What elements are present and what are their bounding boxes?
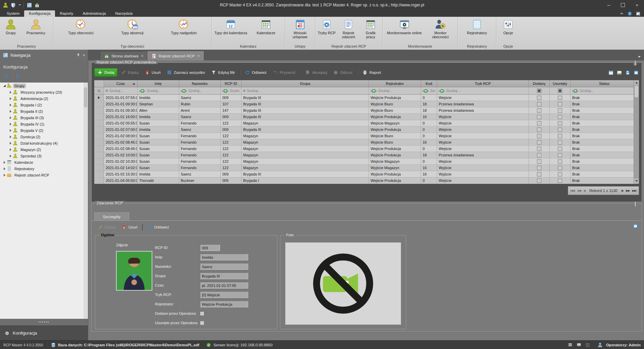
column-header-rcp-id[interactable]: RCP ID [221,80,241,87]
person-green-icon[interactable] [3,2,8,8]
column-header-tryb-rcp[interactable]: Tryb RCP [437,80,529,87]
first-record-button[interactable]: |◀◀ [570,189,575,192]
toolbar-button-odswiez[interactable]: Odśwież [242,68,269,77]
last-record-button[interactable]: ▶▶| [632,189,637,192]
filter-czas[interactable]: =Szukaj... [104,87,138,94]
column-header-imie[interactable]: Imię [138,80,179,87]
prev-record-button[interactable]: ◀ [583,189,585,192]
ribbon-button-monitorowanie-online[interactable]: Monitorowanie online [384,17,425,43]
grid-color-icon[interactable] [608,70,614,76]
ribbon-button-pracownicy[interactable]: Pracownicy [20,17,52,43]
detail-help-icon[interactable] [633,223,638,229]
panel-blue-icon[interactable] [633,70,639,76]
info-icon[interactable] [627,11,632,16]
filter-kod[interactable]: aBcSzukaj... [421,87,437,94]
grid-row[interactable]: 2021-01-02 08:45:00SusanFernando122Magaz… [94,139,638,146]
filter-imie[interactable]: aBcSzukaj... [138,87,179,94]
field-checkbox-usuniete-przez-operatora[interactable] [200,321,204,325]
toolbar-button-zaznacz-wszystko[interactable]: Zaznacz wszystko [164,68,208,77]
tree-item-dzial-konstrukcyjny-4[interactable]: Dział konstrukcyjny (4) [0,140,88,146]
print-queue-icon[interactable] [568,342,573,348]
doc-tab-rejestr-zdarzen-rcp[interactable]: Rejestr zdarzeń RCP× [148,51,204,60]
window-layout-icon[interactable] [636,11,641,16]
shield-icon[interactable] [10,2,16,8]
refresh-tree-icon[interactable] [3,73,9,79]
grid-row[interactable]: 2021-01-02 08:00:00SusanFernando122Magaz… [94,133,638,139]
grid-row[interactable]: 2021-01-01 07:55:00ImeldaSaenz009Brygada… [94,95,638,101]
grid-row[interactable]: 2021-01-02 10:30:00SusanFernando122Magaz… [94,158,638,165]
column-header-dodany[interactable]: Dodany [529,80,550,87]
close-tab-icon[interactable]: × [198,54,200,58]
collapse-detail-icon[interactable] [634,202,637,206]
ribbon-tab-narzedzia[interactable]: Narzędzia [111,10,138,17]
grid-row[interactable]: 2021-01-04 05:50:00ThorvaldBuckner005Bry… [94,178,638,184]
tree-item-brygada-iv-1[interactable]: Brygada IV (1) [0,121,88,127]
filter-status[interactable]: aBcSzukaj... [571,87,638,94]
grid-row[interactable]: 2021-01-02 07:00:00ImeldaSaenz009Brygada… [94,127,638,133]
sidebar-bottom-bar[interactable]: Konfiguracja [0,326,88,340]
close-tab-icon[interactable]: × [141,54,144,58]
close-panel-icon[interactable]: × [83,53,85,58]
ribbon-button-kalendarze[interactable]: Kalendarze [249,17,283,43]
field-value-grupa[interactable]: Brygada III [200,272,248,279]
doc-tab-strona-startowa[interactable]: Strona startowa× [101,52,147,60]
tree-item-brygada-v-2[interactable]: Brygada V (2) [0,127,88,134]
field-value-czas[interactable]: pt. 2021-01-01 07:55 [200,282,248,289]
grid-row[interactable]: 2021-01-01 16:00:00ImeldaSaenz009Brygada… [94,114,638,120]
tree-item-rejestratory[interactable]: Rejestratory [0,165,88,172]
column-header-status[interactable]: Status [571,80,638,87]
tree-item-brygada-iii-3[interactable]: Brygada III (3) [0,114,88,121]
save-icon[interactable] [625,70,631,76]
grid-row[interactable]: 2021-01-02 15:30:00ImeldaSaenz009Brygada… [94,171,638,178]
grid-row[interactable]: 2021-01-02 05:55:00SusanFernando122Magaz… [94,120,638,127]
ribbon-button-grafik-pracy[interactable]: Grafik pracy [360,17,381,43]
column-header-nazwisko[interactable]: Nazwisko [179,80,221,87]
tree-item-dyrekcja-2[interactable]: Dyrekcja (2) [0,134,88,140]
ribbon-button-opcje[interactable]: Opcje [498,17,519,43]
toolbar-button-usun[interactable]: Usuń [142,68,163,77]
column-header-usuniety[interactable]: Usunięty [550,80,571,87]
grid-row[interactable]: 2021-01-02 10:00:00SusanFernando122Magaz… [94,152,638,158]
tree-item-rejestr-zdarzen-rcp[interactable]: Rejestr zdarzeń RCP [0,172,88,178]
filter-rejestrator[interactable]: aBcSzukaj... [369,87,421,94]
toolbar-button-usun[interactable]: Usuń [119,223,140,231]
field-value-rejestrator[interactable]: Wejście Produkcja [200,301,248,307]
next-page-button[interactable]: ▶▶ [626,189,630,192]
toolbar-button-dodaj[interactable]: Dodaj [94,68,117,77]
home-icon[interactable] [34,2,40,8]
close-button[interactable]: × [630,0,644,10]
grid-row[interactable]: 2021-01-02 14:02:00SusanFernando122Magaz… [94,165,638,171]
column-header-kod[interactable]: Kod [421,80,437,87]
ribbon-button-tryby-rcp[interactable]: Tryby RCP [317,17,337,43]
column-header-czas[interactable]: Czas [104,80,138,87]
tree-scrollbar[interactable] [84,83,88,319]
toolbar-button-raport[interactable]: Raport [360,68,384,77]
tab-szczegoly[interactable]: Szczegóły [94,212,129,220]
ribbon-button-typy-dni-kalendarza[interactable]: 12 Typy dni kalendarza [213,17,249,43]
terminal-icon[interactable] [576,342,582,348]
toolbar-button-edytuj-filtr[interactable]: Edytuj filtr [208,68,238,77]
collapse-events-icon[interactable] [634,61,637,65]
tree-item-brygada-ii-2[interactable]: Brygada II (2) [0,108,88,114]
grid-scrollbar[interactable] [634,80,639,184]
column-header-grupa[interactable]: Grupa [241,80,369,87]
ribbon-tab-system[interactable]: System [2,10,24,17]
filter-rcp-id[interactable]: aBcSzukaj... [221,87,241,94]
field-checkbox-dodane-przez-operatora[interactable] [200,311,204,316]
qat-dropdown-icon[interactable] [19,4,21,6]
ribbon-tab-administracja[interactable]: Administracja [78,10,111,17]
grid-row[interactable]: 2021-01-01 09:30:00AllenArent147Brygada … [94,107,638,114]
toolbar-button-odswiez[interactable]: Odśwież [145,223,172,231]
ribbon-button-typy-nadgodzin[interactable]: Typy nadgodzin [158,17,210,43]
ribbon-button-wnioski-urlopowe[interactable]: Wnioski urlopowe [286,17,314,43]
tree-item-grupy[interactable]: Grupy [0,83,88,89]
filter-usuniety[interactable] [550,87,571,94]
grid-row[interactable]: 2021-01-02 08:45:00SusanFernando122Magaz… [94,146,638,152]
tree-item-administracja-2[interactable]: Administracja (2) [0,95,88,102]
nav-list-icon[interactable] [26,2,32,8]
modules-icon[interactable] [585,342,590,348]
ribbon-button-rejestratory[interactable]: Rejestratory [459,17,495,43]
maximize-button[interactable] [616,0,630,10]
ribbon-button-grupy[interactable]: Grupy [1,17,20,43]
tree-item-sprzedaz-3[interactable]: Sprzedaż (3) [0,153,88,159]
